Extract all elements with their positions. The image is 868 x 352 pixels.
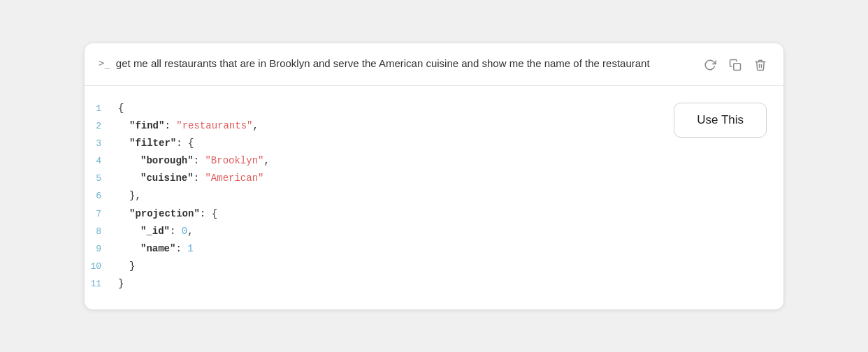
line-num-8: 8	[85, 223, 118, 240]
line-content-7: "projection": {	[118, 205, 217, 223]
code-block: 1 { 2 "find": "restaurants", 3 "filter":…	[85, 100, 663, 293]
line-content-3: "filter": {	[118, 135, 194, 152]
key-projection: "projection"	[129, 208, 200, 219]
line-content-10: }	[118, 258, 135, 275]
val-id: 0	[182, 226, 187, 237]
line-num-1: 1	[85, 101, 118, 117]
key-filter: "filter"	[129, 138, 176, 149]
line-num-4: 4	[85, 153, 118, 169]
line-num-2: 2	[85, 118, 118, 134]
code-line-5: 5 "cuisine": "American"	[85, 170, 663, 187]
line-content-4: "borough": "Brooklyn",	[118, 152, 270, 170]
line-num-10: 10	[85, 258, 118, 274]
val-restaurants: "restaurants"	[176, 120, 252, 131]
key-cuisine: "cuisine"	[140, 173, 194, 184]
line-num-6: 6	[85, 188, 118, 204]
val-brooklyn: "Brooklyn"	[205, 155, 263, 166]
code-line-6: 6 },	[85, 187, 663, 205]
key-name: "name"	[140, 243, 175, 254]
line-num-3: 3	[85, 135, 118, 152]
code-line-9: 9 "name": 1	[85, 240, 663, 258]
line-content-9: "name": 1	[118, 240, 194, 258]
val-american: "American"	[205, 173, 263, 184]
line-num-9: 9	[85, 241, 118, 257]
key-id: "_id"	[140, 226, 170, 237]
key-find: "find"	[129, 120, 164, 131]
line-content-6: },	[118, 187, 141, 205]
line-num-11: 11	[85, 276, 118, 292]
code-line-8: 8 "_id": 0,	[85, 223, 663, 240]
code-line-2: 2 "find": "restaurants",	[85, 117, 663, 135]
line-content-5: "cuisine": "American"	[118, 170, 263, 187]
delete-button[interactable]	[751, 57, 769, 73]
code-line-1: 1 {	[85, 100, 663, 117]
code-section: 1 { 2 "find": "restaurants", 3 "filter":…	[85, 86, 783, 309]
code-line-10: 10 }	[85, 258, 663, 275]
val-name: 1	[187, 243, 193, 254]
refresh-button[interactable]	[701, 57, 719, 73]
prompt-icon: >_	[99, 57, 110, 68]
line-content-11: }	[118, 275, 124, 293]
main-card: >_ get me all restaurants that are in Br…	[85, 43, 783, 309]
code-line-4: 4 "borough": "Brooklyn",	[85, 152, 663, 170]
use-this-button[interactable]: Use This	[674, 103, 767, 138]
line-content-1: {	[118, 100, 124, 117]
line-content-8: "_id": 0,	[118, 223, 194, 240]
code-line-3: 3 "filter": {	[85, 135, 663, 152]
line-content-2: "find": "restaurants",	[118, 117, 259, 135]
prompt-text: get me all restaurants that are in Brook…	[116, 56, 650, 72]
key-borough: "borough"	[140, 155, 194, 166]
code-line-11: 11 }	[85, 275, 663, 293]
prompt-actions	[701, 57, 769, 73]
line-num-5: 5	[85, 170, 118, 186]
code-line-7: 7 "projection": {	[85, 205, 663, 223]
prompt-section: >_ get me all restaurants that are in Br…	[85, 43, 783, 86]
prompt-content: >_ get me all restaurants that are in Br…	[99, 56, 693, 72]
copy-button[interactable]	[726, 57, 744, 73]
line-num-7: 7	[85, 206, 118, 222]
svg-rect-0	[734, 63, 741, 70]
